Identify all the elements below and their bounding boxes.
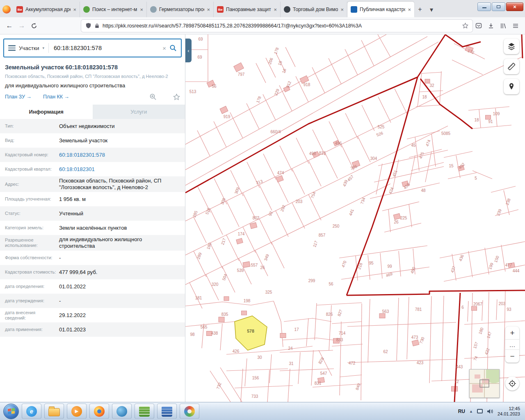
list-all-tabs-button[interactable]: ▾ (426, 4, 437, 15)
parcel-boundary (241, 369, 243, 402)
parcel-boundary (243, 193, 256, 219)
info-row-value: Псковская область, Псковский район, СП "… (59, 178, 180, 191)
downloads-icon[interactable] (485, 20, 497, 32)
media-player-taskbar-button[interactable]: ▶ (67, 404, 87, 419)
parcel-number-label: 423 (417, 361, 424, 365)
marker-icon (507, 82, 516, 91)
parcel-boundary (468, 107, 509, 110)
zoom-out-button[interactable]: − (505, 350, 519, 363)
preview-zoom-icon[interactable] (149, 93, 157, 100)
clock[interactable]: 12:45 24.01.2023 (498, 406, 520, 417)
pocket-icon[interactable] (472, 20, 485, 32)
parcel-number-label: 6 (461, 305, 464, 310)
library-icon[interactable] (497, 20, 509, 32)
network-icon[interactable] (477, 409, 483, 413)
minimap-thumbnail (470, 370, 499, 397)
new-tab-button[interactable]: + (414, 4, 426, 15)
map-canvas[interactable]: 6969797178206181622991291856513919178660… (185, 34, 525, 402)
parcel-boundary (361, 40, 374, 66)
measure-button[interactable] (504, 59, 519, 74)
browser-tab[interactable]: ВиАккумуляторная дре× (13, 2, 80, 17)
folder-taskbar-button[interactable] (44, 404, 64, 419)
menu-icon[interactable] (509, 20, 522, 32)
language-indicator[interactable]: RU (458, 409, 465, 414)
info-row-value-link[interactable]: 60:18:0182301:578 (59, 152, 180, 158)
tab-close-icon[interactable]: × (207, 7, 210, 13)
parcel-boundary (407, 297, 409, 359)
reload-button[interactable] (28, 20, 40, 32)
map-more-button[interactable]: … (505, 339, 519, 350)
parcel-number-label: 2067 (473, 302, 483, 306)
tracking-shield-icon[interactable] (85, 23, 91, 29)
paint-taskbar-button[interactable] (180, 404, 199, 419)
tab-close-icon[interactable]: × (274, 7, 277, 13)
thunderbird-taskbar-button[interactable] (112, 404, 132, 419)
tab-services[interactable]: Услуги (93, 105, 185, 119)
parcel-number-label: 313 (256, 179, 263, 185)
plan-kk-link[interactable]: План КК → (43, 94, 69, 100)
clear-search-icon[interactable]: × (162, 45, 166, 52)
tab-favicon (284, 6, 290, 13)
parcel-number-label: 565 (201, 325, 208, 329)
tab-close-icon[interactable]: × (140, 7, 143, 13)
parcel-number-label: 919 (224, 114, 231, 119)
tab-close-icon[interactable]: × (408, 7, 411, 13)
hidden-icons-chevron-icon[interactable]: ▲ (469, 409, 473, 413)
calc-taskbar-button[interactable] (135, 404, 154, 419)
parcel-number-label: 733 (251, 394, 258, 399)
browser-tab[interactable]: Публичная кадастро× (347, 2, 414, 17)
address-bar[interactable]: https://pkk.rosreestr.ru/#/search/57.789… (81, 20, 472, 32)
panel-collapse-button[interactable]: ‹ (185, 39, 192, 62)
back-button[interactable]: ← (3, 20, 16, 32)
search-icon[interactable] (169, 44, 177, 52)
url-text[interactable]: https://pkk.rosreestr.ru/#/search/57.789… (103, 23, 459, 29)
search-category-selector[interactable]: Участки (19, 45, 39, 51)
favorite-star-icon[interactable] (173, 94, 180, 100)
browser-taskbar-button[interactable]: e (22, 404, 41, 419)
layers-button[interactable] (504, 39, 519, 54)
firefox-logo-icon (2, 5, 11, 14)
restore-button[interactable] (492, 2, 505, 11)
tray-date: 24.01.2023 (498, 411, 520, 417)
info-row: Тип:Объект недвижимости (0, 119, 185, 133)
browser-tab[interactable]: ВиПанорамные защит× (214, 2, 281, 17)
tab-information[interactable]: Информация (0, 105, 93, 119)
parcel-number-label: 802 (253, 216, 260, 220)
tab-close-icon[interactable]: × (73, 7, 76, 13)
search-input[interactable] (53, 44, 159, 52)
lock-icon[interactable] (94, 23, 100, 29)
forward-button[interactable]: → (16, 20, 28, 32)
start-button[interactable] (3, 404, 19, 419)
writer-taskbar-button[interactable] (157, 404, 177, 419)
firefox-taskbar-button[interactable] (89, 404, 109, 419)
minimap[interactable] (469, 369, 500, 398)
info-row-value-link[interactable]: 60:18:0182301 (59, 166, 180, 173)
browser-tab[interactable]: Герметизаторы прое× (147, 2, 214, 17)
parcel-number-label: 32 (429, 83, 434, 88)
select-point-button[interactable] (504, 79, 519, 94)
tab-close-icon[interactable]: × (340, 7, 344, 13)
locate-button[interactable] (505, 377, 519, 390)
folder-icon (48, 408, 60, 416)
tab-strip: ВиАккумуляторная дре×Поиск – интернет-м×… (13, 2, 414, 17)
info-row-label: дата внесения сведений: (5, 310, 59, 321)
parcel-boundary (210, 243, 223, 269)
cadastral-map[interactable]: 6969797178206181622991291856513919178660… (185, 34, 525, 402)
bookmark-star-icon[interactable] (462, 23, 468, 29)
parcel-boundary (470, 125, 511, 129)
building-footprint (472, 306, 477, 310)
zoom-in-button[interactable]: + (505, 326, 519, 339)
parcel-number-label: 30 (257, 355, 262, 360)
browser-tab[interactable]: Поиск – интернет-м× (80, 2, 147, 17)
browser-tab[interactable]: Торговый дом Вимо× (281, 2, 347, 17)
hamburger-menu-icon[interactable] (8, 44, 16, 52)
tab-title: Панорамные защит (226, 7, 271, 12)
minimize-icon (482, 5, 486, 8)
minimize-button[interactable] (477, 2, 491, 11)
info-row: Категория земель:Земли населённых пункто… (0, 221, 185, 235)
parcel-boundary (185, 322, 235, 326)
info-row-value: - (59, 255, 180, 261)
close-button[interactable]: × (506, 2, 523, 11)
volume-icon[interactable] (487, 409, 493, 414)
plan-zu-link[interactable]: План ЗУ → (5, 94, 32, 100)
